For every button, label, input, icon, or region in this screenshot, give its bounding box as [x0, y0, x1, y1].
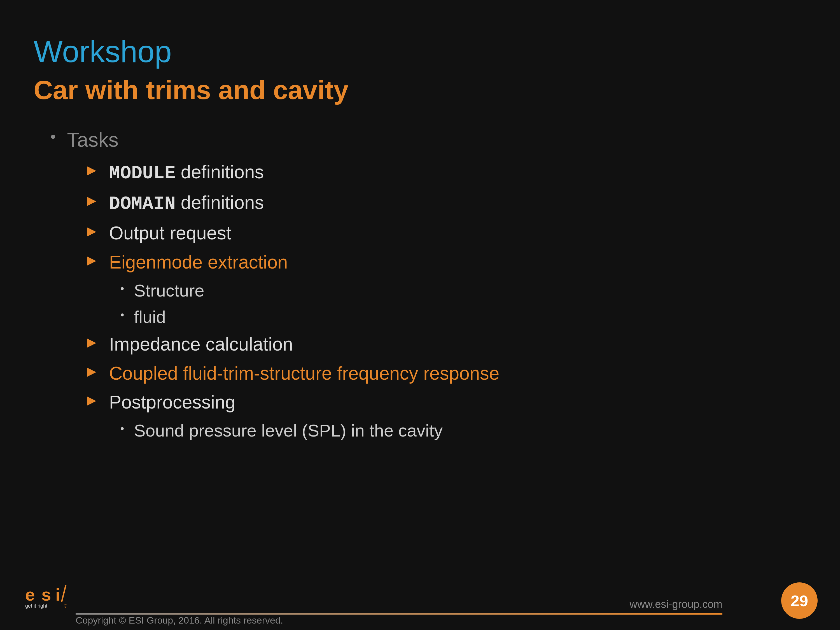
eigenmode-nested: • Structure • fluid [84, 279, 807, 328]
footer: e s i get it right ® www.esi-group.com 2… [0, 585, 840, 630]
nested-fluid: • fluid [120, 306, 807, 328]
item-coupled-text: Coupled fluid-trim-structure frequency r… [109, 362, 499, 385]
arrow-icon-module: ► [84, 163, 99, 178]
sub-items-list: ► MODULE definitions ► DOMAIN definition… [51, 160, 807, 442]
arrow-icon-eigenmode: ► [84, 253, 99, 268]
eigenmode-row: ► Eigenmode extraction [84, 250, 807, 275]
item-domain-suffix: definitions [181, 192, 264, 213]
list-item-output: ► Output request [84, 221, 807, 245]
list-item-eigenmode: ► Eigenmode extraction • Structure • flu… [84, 250, 807, 328]
nested-spl-text: Sound pressure level (SPL) in the cavity [134, 420, 443, 442]
item-module-suffix: definitions [181, 161, 264, 182]
nested-dot-fluid: • [120, 309, 124, 321]
main-bullet-label: Tasks [67, 128, 118, 152]
main-bullet-dot: • [51, 129, 56, 144]
item-domain-mono: DOMAIN [109, 193, 175, 215]
svg-text:i: i [55, 585, 60, 604]
slide: Workshop Car with trims and cavity • Tas… [0, 0, 840, 630]
nested-structure-text: Structure [134, 279, 204, 302]
nested-dot-structure: • [120, 283, 124, 294]
page-number-badge: 29 [781, 583, 818, 619]
title-subtitle: Car with trims and cavity [33, 75, 807, 105]
item-module-mono: MODULE [109, 163, 175, 184]
svg-line-3 [62, 585, 66, 602]
footer-line [76, 613, 722, 614]
list-item-module: ► MODULE definitions [84, 160, 807, 186]
svg-text:s: s [41, 585, 51, 604]
footer-url: www.esi-group.com [630, 598, 722, 610]
item-impedance-text: Impedance calculation [109, 332, 293, 357]
item-eigenmode-text: Eigenmode extraction [109, 250, 287, 275]
footer-copyright: Copyright © ESI Group, 2016. All rights … [76, 615, 283, 626]
postprocessing-nested: • Sound pressure level (SPL) in the cavi… [84, 420, 807, 442]
arrow-icon-coupled: ► [84, 364, 99, 379]
title-workshop: Workshop [33, 33, 807, 69]
item-postprocessing-text: Postprocessing [109, 390, 235, 414]
arrow-icon-postprocessing: ► [84, 393, 99, 408]
item-module-text: MODULE definitions [109, 160, 264, 186]
svg-text:e: e [25, 585, 35, 604]
nested-fluid-text: fluid [134, 306, 166, 328]
list-item-postprocessing: ► Postprocessing • Sound pressure level … [84, 390, 807, 442]
list-item-coupled: ► Coupled fluid-trim-structure frequency… [84, 362, 807, 385]
arrow-icon-impedance: ► [84, 335, 99, 350]
svg-text:®: ® [64, 604, 67, 608]
footer-logo-area: e s i get it right ® [22, 583, 78, 613]
main-bullet-tasks: • Tasks [51, 128, 807, 152]
postprocessing-row: ► Postprocessing [84, 390, 807, 414]
nested-spl: • Sound pressure level (SPL) in the cavi… [120, 420, 807, 442]
nested-dot-spl: • [120, 423, 124, 434]
arrow-icon-domain: ► [84, 193, 99, 208]
list-item-domain: ► DOMAIN definitions [84, 191, 807, 216]
list-item-impedance: ► Impedance calculation [84, 332, 807, 357]
item-output-text: Output request [109, 221, 231, 245]
arrow-icon-output: ► [84, 223, 99, 239]
item-domain-text: DOMAIN definitions [109, 191, 264, 216]
esi-logo: e s i get it right ® [22, 583, 78, 613]
svg-text:get it right: get it right [25, 603, 47, 609]
nested-structure: • Structure [120, 279, 807, 302]
content-area: • Tasks ► MODULE definitions ► DOMAIN de… [33, 128, 807, 442]
